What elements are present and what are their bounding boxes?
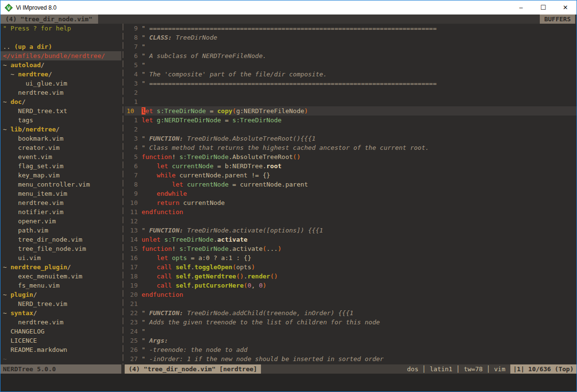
tree-row[interactable]: ~ syntax/: [0, 308, 121, 318]
tree-row[interactable]: " Press ? for help: [0, 24, 121, 33]
line-number: 1: [125, 116, 138, 125]
line-number: 9: [125, 24, 138, 33]
tree-row[interactable]: fs_menu.vim: [0, 281, 121, 290]
tree-row[interactable]: ~ autoload/: [0, 60, 121, 70]
tree-row[interactable]: exec_menuitem.vim: [0, 272, 121, 281]
tree-row[interactable]: nerdtree.vim: [0, 318, 121, 327]
tree-row[interactable]: nerdtree.vim: [0, 88, 121, 97]
code-line[interactable]: 6 let currentNode = b:NERDTree.root: [125, 161, 577, 171]
tree-row[interactable]: ui.vim: [0, 253, 121, 262]
code-line[interactable]: 20endfunction: [125, 290, 577, 299]
tree-row[interactable]: key_map.vim: [0, 171, 121, 180]
line-number: 4: [125, 70, 138, 79]
code-line[interactable]: 8 let currentNode = currentNode.parent: [125, 180, 577, 189]
separator-dashes: [123, 24, 123, 364]
tree-row[interactable]: LICENCE: [0, 336, 121, 345]
code-line[interactable]: 12: [125, 217, 577, 226]
tree-row[interactable]: [0, 33, 121, 42]
tree-row[interactable]: NERD_tree.vim: [0, 299, 121, 308]
code-line[interactable]: 6" A subclass of NERDTreeFileNode.: [125, 51, 577, 60]
code-text: call self.getNerdtree().render(): [142, 272, 577, 281]
text-cursor: l: [142, 107, 145, 115]
code-line[interactable]: 10 return currentNode: [125, 198, 577, 207]
code-line[interactable]: 24": [125, 327, 577, 336]
code-line[interactable]: 23" Adds the given treenode to the list …: [125, 318, 577, 327]
code-line[interactable]: 21: [125, 299, 577, 308]
code-line[interactable]: 4" The 'composite' part of the file/dir …: [125, 70, 577, 79]
code-line[interactable]: 5": [125, 60, 577, 70]
code-line[interactable]: 10let s:TreeDirNode = copy(g:NERDTreeFil…: [125, 106, 577, 116]
buffers-label[interactable]: BUFFERS: [540, 15, 575, 24]
code-line[interactable]: 16 let opts = a:0 ? a:1 : {}: [125, 253, 577, 262]
code-line[interactable]: 2: [125, 125, 577, 134]
tree-row[interactable]: ~: [0, 354, 121, 363]
tree-row-root[interactable]: </vimfiles/bundle/nerdtree/: [0, 51, 121, 60]
tree-row[interactable]: menu_item.vim: [0, 189, 121, 198]
tree-row[interactable]: .. (up a dir): [0, 42, 121, 51]
code-line[interactable]: 22" FUNCTION: TreeDirNode.addChild(treen…: [125, 308, 577, 318]
tree-row[interactable]: ~ nerdtree/: [0, 70, 121, 79]
tree-row[interactable]: nerdtree.vim: [0, 198, 121, 207]
code-line[interactable]: 14unlet s:TreeDirNode.activate: [125, 235, 577, 244]
code-text: " FUNCTION: TreeDirNode.addChild(treenod…: [142, 308, 577, 318]
code-line[interactable]: 13" FUNCTION: TreeDirNode.activate([opti…: [125, 226, 577, 235]
maximize-button[interactable]: ☐: [532, 0, 554, 15]
tabline: (4) "tree_dir_node.vim" BUFFERS: [0, 15, 577, 24]
line-number: 10: [125, 106, 140, 116]
tree-row[interactable]: ~ lib/nerdtree/: [0, 125, 121, 134]
code-line[interactable]: 3" FUNCTION: TreeDirNode.AbsoluteTreeRoo…: [125, 134, 577, 143]
editor-statusline: (4) "tree_dir_node.vim" [nerdtree] dos │…: [125, 364, 577, 374]
tree-row[interactable]: NERD_tree.txt: [0, 106, 121, 116]
line-number: 15: [125, 244, 138, 253]
code-line[interactable]: 15function! s:TreeDirNode.activate(...): [125, 244, 577, 253]
code-line[interactable]: 8" CLASS: TreeDirNode: [125, 33, 577, 42]
code-line[interactable]: 7": [125, 42, 577, 51]
code-text: " ======================================…: [142, 79, 577, 88]
code-line[interactable]: 1let g:NERDTreeDirNode = s:TreeDirNode: [125, 116, 577, 125]
tree-row[interactable]: bookmark.vim: [0, 134, 121, 143]
tree-row[interactable]: ~ nerdtree_plugin/: [0, 262, 121, 272]
tree-row[interactable]: tree_dir_node.vim: [0, 235, 121, 244]
statusline-spacer: [261, 364, 402, 374]
tree-row[interactable]: flag_set.vim: [0, 161, 121, 171]
window-separator[interactable]: [121, 24, 125, 364]
tree-row[interactable]: path.vim: [0, 226, 121, 235]
code-line[interactable]: 19 call self.putCursorHere(0, 0): [125, 281, 577, 290]
code-line[interactable]: 3" =====================================…: [125, 79, 577, 88]
statusline-position: |1| 10/636 (Top): [510, 364, 577, 374]
line-number: 18: [125, 272, 138, 281]
code-line[interactable]: 2: [125, 88, 577, 97]
code-line[interactable]: 26" -treenode: the node to add: [125, 345, 577, 354]
minimize-button[interactable]: –: [510, 0, 532, 15]
code-line[interactable]: 1: [125, 97, 577, 106]
tree-row[interactable]: CHANGELOG: [0, 327, 121, 336]
tree-row[interactable]: tags: [0, 116, 121, 125]
code-line[interactable]: 5function! s:TreeDirNode.AbsoluteTreeRoo…: [125, 152, 577, 161]
code-line[interactable]: 9 endwhile: [125, 189, 577, 198]
vim-icon: V: [4, 3, 13, 12]
code-text: [142, 217, 577, 226]
code-text: function! s:TreeDirNode.AbsoluteTreeRoot…: [142, 152, 577, 161]
tree-row[interactable]: opener.vim: [0, 217, 121, 226]
tree-row[interactable]: tree_file_node.vim: [0, 244, 121, 253]
tree-row[interactable]: notifier.vim: [0, 207, 121, 217]
tree-row[interactable]: event.vim: [0, 152, 121, 161]
command-line[interactable]: [0, 374, 577, 392]
code-line[interactable]: 17 call self.toggleOpen(opts): [125, 262, 577, 272]
code-line[interactable]: 4" Class method that returns the highest…: [125, 143, 577, 152]
code-line[interactable]: 25" Args:: [125, 336, 577, 345]
tree-row[interactable]: ~ doc/: [0, 97, 121, 106]
tree-row[interactable]: creator.vim: [0, 143, 121, 152]
code-line[interactable]: 27" -inOrder: 1 if the new node should b…: [125, 354, 577, 363]
tree-row[interactable]: menu_controller.vim: [0, 180, 121, 189]
tab-tree-dir-node[interactable]: (4) "tree_dir_node.vim": [0, 15, 98, 24]
code-line[interactable]: 18 call self.getNerdtree().render(): [125, 272, 577, 281]
code-line[interactable]: 11endfunction: [125, 207, 577, 217]
code-line[interactable]: 9" =====================================…: [125, 24, 577, 33]
code-line[interactable]: 7 while currentNode.parent != {}: [125, 171, 577, 180]
close-button[interactable]: ✕: [554, 0, 577, 15]
tree-row[interactable]: ~ plugin/: [0, 290, 121, 299]
tree-row[interactable]: ui_glue.vim: [0, 79, 121, 88]
code-text: " CLASS: TreeDirNode: [142, 33, 577, 42]
tree-row[interactable]: README.markdown: [0, 345, 121, 354]
